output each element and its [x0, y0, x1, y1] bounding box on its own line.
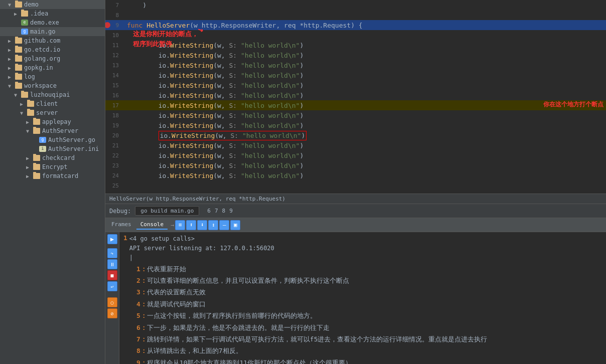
code-status-bar: HelloServer(w http.ResponseWriter, req *…: [105, 194, 606, 204]
line-content: io.WriteString(w, S: "hello world\n"): [123, 112, 606, 119]
debug-btn-down[interactable]: ⬇: [197, 220, 207, 230]
sidebar-item-gopkgin[interactable]: ▶ gopkg.in: [0, 63, 105, 72]
sidebar-item-idea[interactable]: ▶ .idea: [0, 9, 105, 18]
tree-label: go.etcd.io: [24, 46, 60, 53]
sidebar-item-authserverini[interactable]: ▶ i AuthServer.ini: [0, 144, 105, 153]
debug-session-tab[interactable]: go build main.go: [135, 206, 199, 216]
code-line-21: 21 io.WriteString(w, S: "hello world\n"): [105, 140, 606, 150]
folder-icon: [33, 119, 40, 125]
sidebar-item-server[interactable]: ▼ server: [0, 108, 105, 117]
tree-label: log: [24, 73, 35, 80]
tree-label: .idea: [30, 10, 48, 17]
expand-arrow: ▶: [26, 164, 32, 170]
num-label-8: 8: [222, 208, 226, 214]
sidebar-item-golangorg[interactable]: ▶ golang.org: [0, 54, 105, 63]
folder-icon: [33, 155, 40, 161]
code-line-15: 15 io.WriteString(w, S: "hello world\n"): [105, 80, 606, 90]
tree-label: github.com: [24, 37, 60, 44]
code-editor[interactable]: → 这是你刚开始的断点，程序到此暂停 你在这个地方打个断点 7 ) 8: [105, 0, 606, 194]
tree-label: Encrypt: [42, 163, 68, 170]
breakpoint-indicator: [105, 22, 110, 28]
line-number: 17: [105, 102, 123, 109]
debug-btn-orange1[interactable]: ○: [107, 297, 117, 307]
debug-btn-stop[interactable]: ▣: [230, 220, 240, 230]
line-content: io.WriteString(w, S: "hello world\n"): [123, 92, 606, 99]
code-line-11: 11 io.WriteString(w, S: "hello world\n"): [105, 40, 606, 50]
console-output: 1 <4 go setup calls> API server listenin…: [119, 232, 606, 364]
line-number: 13: [105, 62, 123, 69]
debug-btn-resume[interactable]: ▶: [107, 234, 117, 244]
expand-arrow: ▼: [20, 110, 26, 116]
sidebar-item-log[interactable]: ▶ log: [0, 72, 105, 81]
expand-arrow: ▶: [8, 47, 14, 53]
line-number: 9: [105, 22, 123, 29]
debug-tab-console[interactable]: Console: [136, 220, 168, 230]
debug-label: Debug:: [109, 208, 131, 215]
tree-label: checkcard: [42, 154, 75, 161]
line-content: [123, 182, 606, 190]
expand-arrow: ▶: [8, 38, 14, 44]
line-content: io.WriteString(w, S: "hello world\n"): [123, 132, 606, 139]
num-label-1: 1: [123, 234, 127, 242]
annotation-9: 9：程序就会从10那个地方直接跑到11你新打的那个断点处（这个很重要）: [123, 357, 602, 364]
folder-icon: [33, 128, 40, 134]
line-content: io.WriteString(w, S: "hello world\n"): [123, 72, 606, 79]
debug-btn-stop-red[interactable]: ■: [107, 270, 117, 280]
debug-btn-orange2[interactable]: ⊘: [107, 308, 117, 318]
line-number: 12: [105, 52, 123, 59]
line-number: 14: [105, 72, 123, 79]
sidebar-item-demo[interactable]: ▼ demo: [0, 0, 105, 9]
sidebar-item-applepay[interactable]: ▶ applepay: [0, 117, 105, 126]
ini-icon: i: [39, 146, 46, 152]
expand-arrow: ▶: [14, 11, 20, 17]
annotation-3: 3：代表的设置断点无效: [123, 286, 602, 298]
go-icon: g: [21, 29, 28, 35]
console-annotations: 1：代表重新开始 2：可以查看详细的断点信息，并且可以设置条件，判断执不执行这个…: [123, 263, 602, 364]
expand-arrow: ▶: [26, 155, 32, 161]
debug-left-buttons: ▶ ↷ ⏸ ■ ↩ ○ ⊘: [105, 232, 119, 364]
sidebar-item-encrypt[interactable]: ▶ Encrypt: [0, 162, 105, 171]
folder-icon: [15, 65, 22, 71]
code-line-14: 14 io.WriteString(w, S: "hello world\n"): [105, 70, 606, 80]
code-line-7: 7 ): [105, 0, 606, 10]
sidebar-item-demoexe[interactable]: ▶ e demo.exe: [0, 18, 105, 27]
tree-label: AuthServer.ini: [48, 145, 99, 152]
line-number: 16: [105, 92, 123, 99]
sidebar-item-authservergo[interactable]: ▶ g AuthServer.go: [0, 135, 105, 144]
num-label-7: 7: [215, 208, 218, 214]
folder-icon: [21, 11, 28, 17]
sidebar-item-formatcard[interactable]: ▶ formatcard: [0, 171, 105, 180]
code-editor-panel: → 这是你刚开始的断点，程序到此暂停 你在这个地方打个断点 7 ) 8: [105, 0, 606, 364]
expand-arrow: ▶: [8, 65, 14, 71]
sidebar-item-checkcard[interactable]: ▶ checkcard: [0, 153, 105, 162]
code-line-23: 23 io.WriteString(w, S: "hello world\n"): [105, 160, 606, 170]
expand-arrow: ▶: [26, 173, 32, 179]
debug-btn-up[interactable]: ⬆: [186, 220, 196, 230]
debug-btn-sort[interactable]: ↕: [208, 220, 218, 230]
folder-icon: [21, 92, 28, 98]
sidebar-item-githubcom[interactable]: ▶ github.com: [0, 36, 105, 45]
debug-btn-restart[interactable]: ↩: [107, 281, 117, 291]
sidebar-item-authserver[interactable]: ▼ AuthServer: [0, 126, 105, 135]
tree-label: luzhouqipai: [30, 91, 70, 98]
code-line-25: 25: [105, 180, 606, 191]
annotation-5: 5：一点这个按钮，就到了程序执行到当前哪行的代码的地方。: [123, 310, 602, 321]
debug-btn-pause[interactable]: ⏸: [107, 259, 117, 269]
sidebar-item-luzhouqipai[interactable]: ▼ luzhouqipai: [0, 90, 105, 99]
sidebar-item-client[interactable]: ▶ client: [0, 99, 105, 108]
go-icon: g: [39, 137, 46, 143]
sidebar-item-goetcdio[interactable]: ▶ go.etcd.io: [0, 45, 105, 54]
code-line-22: 22 io.WriteString(w, S: "hello world\n"): [105, 150, 606, 160]
debug-btn-dash[interactable]: —: [219, 220, 229, 230]
line-content: func HelloServer(w http.ResponseWriter, …: [123, 22, 606, 29]
expand-arrow: ▶: [8, 56, 14, 62]
folder-icon: [27, 110, 34, 116]
debug-tab-frames[interactable]: Frames: [107, 220, 135, 230]
line-number: 11: [105, 42, 123, 49]
folder-icon: [15, 2, 22, 8]
sidebar-item-maingo[interactable]: ▶ g main.go: [0, 27, 105, 36]
folder-icon: [15, 56, 22, 62]
debug-btn-step-over[interactable]: ↷: [107, 248, 117, 258]
sidebar-item-workspace[interactable]: ▼ workspace: [0, 81, 105, 90]
debug-btn-list[interactable]: ≡: [175, 220, 185, 230]
